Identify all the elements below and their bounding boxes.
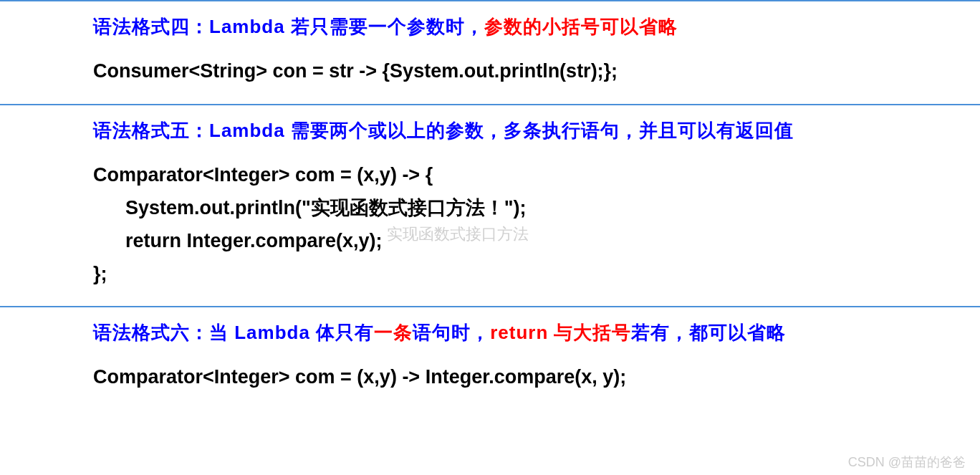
section-title: 语法格式四：Lambda 若只需要一个参数时，参数的小括号可以省略 bbox=[93, 14, 980, 39]
title-red-1: 一条 bbox=[374, 322, 413, 343]
syntax-section-5: 语法格式五：Lambda 需要两个或以上的参数，多条执行语句，并且可以有返回值 … bbox=[0, 105, 980, 308]
section-title: 语法格式五：Lambda 需要两个或以上的参数，多条执行语句，并且可以有返回值 bbox=[93, 118, 980, 143]
title-prefix: 语法格式四：Lambda 若只需要一个参数时， bbox=[93, 16, 484, 37]
code-block: Comparator<Integer> com = (x,y) -> { Sys… bbox=[93, 159, 980, 291]
csdn-watermark: CSDN @苗苗的爸爸 bbox=[848, 454, 966, 471]
section-title: 语法格式六：当 Lambda 体只有一条语句时，return 与大括号若有，都可… bbox=[93, 320, 980, 345]
title-part-2: 语句时， bbox=[413, 322, 490, 343]
title-part-3: 若有，都可以省略 bbox=[631, 322, 786, 343]
title-part-1: 语法格式六：当 Lambda 体只有 bbox=[93, 322, 374, 343]
title-red-2: return 与大括号 bbox=[490, 322, 631, 343]
code-block: Consumer<String> con = str -> {System.ou… bbox=[93, 55, 980, 88]
syntax-section-6: 语法格式六：当 Lambda 体只有一条语句时，return 与大括号若有，都可… bbox=[0, 307, 980, 410]
code-block: Comparator<Integer> com = (x,y) -> Integ… bbox=[93, 361, 980, 394]
title-highlight: 参数的小括号可以省略 bbox=[484, 16, 678, 37]
syntax-section-4: 语法格式四：Lambda 若只需要一个参数时，参数的小括号可以省略 Consum… bbox=[0, 0, 980, 105]
title-prefix: 语法格式五：Lambda 需要两个或以上的参数，多条执行语句，并且可以有返回值 bbox=[93, 120, 794, 141]
